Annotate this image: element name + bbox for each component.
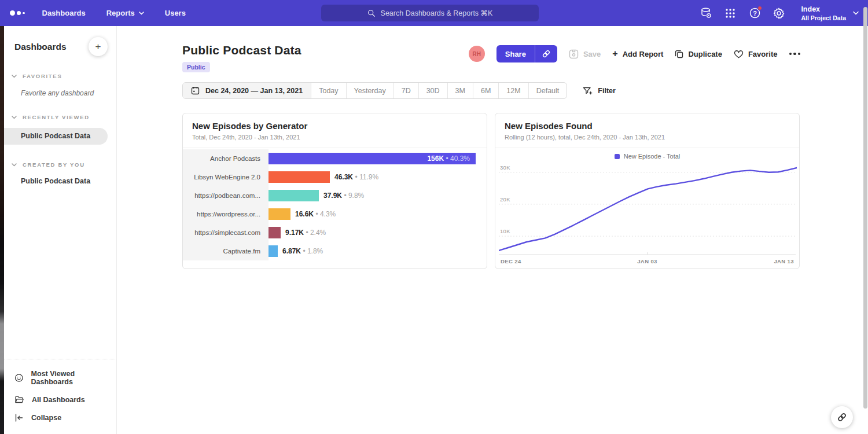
bar-row: https://wordpress.or...16.6K • 4.3% [183, 205, 487, 223]
date-range-picker[interactable]: Dec 24, 2020 — Jan 13, 2021 [183, 83, 311, 98]
most-viewed-dashboards-button[interactable]: Most Viewed Dashboards [4, 365, 116, 391]
smiley-icon [14, 373, 24, 382]
bar[interactable] [269, 171, 330, 183]
save-icon [569, 49, 579, 59]
card-subtitle: Rolling (12 hours), total, Dec 24th, 202… [505, 134, 790, 141]
sidebar-item-public-podcast-data-selected[interactable]: Public Podcast Data [4, 128, 108, 145]
more-options-button[interactable] [789, 50, 801, 58]
date-range-control: Dec 24, 2020 — Jan 13, 2021 Today Yester… [182, 82, 567, 99]
bar[interactable] [269, 227, 281, 238]
nav-label: Users [165, 9, 186, 17]
card-new-episodes-found: New Episodes Found Rolling (12 hours), t… [495, 113, 800, 269]
avatar[interactable]: RH [469, 46, 485, 62]
bar[interactable] [269, 190, 319, 201]
project-name: Index [801, 5, 846, 14]
search-icon [367, 9, 376, 17]
x-axis: DEC 24 JAN 03 JAN 13 [499, 254, 796, 267]
preset-default[interactable]: Default [528, 83, 567, 98]
bar-zone: 16.6K • 4.3% [269, 205, 487, 223]
bar-zone: 9.17K • 2.4% [269, 223, 487, 242]
preset-30d[interactable]: 30D [418, 83, 447, 98]
search-placeholder: Search Dashboards & Reports ⌘K [381, 9, 493, 17]
favorites-empty-text: Favorite any dashboard [21, 89, 116, 97]
filter-button[interactable]: Filter [583, 87, 616, 95]
duplicate-icon [675, 50, 683, 58]
nav-item-users[interactable]: Users [165, 9, 186, 17]
line-chart: 10K20K30K [499, 161, 797, 254]
link-icon [542, 49, 551, 58]
bar-row: Anchor Podcasts156K • 40.3% [183, 149, 487, 168]
chevron-down-icon [12, 75, 17, 78]
nav-label: Reports [106, 9, 135, 17]
sidebar-item-public-podcast-data[interactable]: Public Podcast Data [4, 177, 116, 185]
collapse-sidebar-button[interactable]: Collapse [4, 409, 116, 427]
nav-label: Dashboards [42, 9, 86, 17]
bar-row: Captivate.fm6.87K • 1.8% [183, 242, 487, 260]
apps-grid-icon[interactable] [723, 6, 737, 20]
folder-icon [14, 395, 24, 404]
add-dashboard-button[interactable]: + [89, 37, 108, 56]
section-header-favorites[interactable]: FAVORITES [4, 73, 116, 79]
scrollbar-thumb[interactable] [863, 7, 867, 409]
copy-link-button[interactable] [535, 45, 557, 62]
card-subtitle: Total, Dec 24th, 2020 - Jan 13th, 2021 [192, 134, 477, 141]
share-button[interactable]: Share [496, 45, 557, 62]
help-icon[interactable]: ? [748, 6, 762, 20]
bar-category-label: https://simplecast.com [183, 223, 269, 242]
public-badge: Public [182, 62, 210, 72]
nav-item-reports[interactable]: Reports [106, 9, 144, 17]
x-tick-label: DEC 24 [501, 258, 521, 264]
data-stack-icon[interactable] [699, 6, 713, 20]
filter-funnel-icon [583, 87, 593, 95]
bar-value-label: 6.87K • 1.8% [282, 247, 323, 255]
bar-value-label: 16.6K • 4.3% [295, 210, 336, 218]
preset-3m[interactable]: 3M [447, 83, 473, 98]
top-nav: Dashboards Reports Users Search Dashboar… [0, 0, 868, 26]
bar[interactable] [269, 208, 290, 220]
link-icon [837, 412, 847, 422]
mixpanel-logo-icon[interactable] [10, 10, 25, 16]
bar-category-label: https://wordpress.or... [183, 205, 269, 223]
y-tick-label: 10K [500, 228, 510, 234]
bar-row: https://podbean.com...37.9K • 9.8% [183, 186, 487, 205]
x-tick-label: JAN 03 [637, 258, 657, 264]
svg-text:?: ? [753, 10, 757, 17]
app-window: Dashboards Reports Users Search Dashboar… [0, 0, 868, 434]
save-button[interactable]: Save [569, 49, 601, 59]
bar-zone: 6.87K • 1.8% [269, 242, 487, 260]
all-dashboards-button[interactable]: All Dashboards [4, 391, 116, 409]
preset-today[interactable]: Today [311, 83, 345, 98]
bar[interactable] [269, 245, 278, 257]
bar-zone: 46.3K • 11.9% [269, 168, 487, 186]
duplicate-button[interactable]: Duplicate [675, 50, 722, 58]
bar-value-label: 156K • 40.3% [427, 155, 476, 163]
legend-label: New Episode - Total [624, 153, 681, 160]
bar-category-label: Captivate.fm [183, 242, 269, 260]
nav-item-dashboards[interactable]: Dashboards [42, 9, 86, 17]
x-axis-tick [648, 252, 648, 255]
preset-12m[interactable]: 12M [498, 83, 528, 98]
y-tick-label: 20K [500, 196, 510, 203]
floating-share-link-button[interactable] [831, 406, 853, 428]
project-selector[interactable]: Index All Project Data [801, 5, 859, 21]
bar-row: Libsyn WebEngine 2.046.3K • 11.9% [183, 168, 487, 186]
bar-zone: 37.9K • 9.8% [269, 186, 487, 205]
favorite-button[interactable]: Favorite [734, 50, 778, 58]
chevron-down-icon [12, 116, 17, 119]
settings-gear-icon[interactable] [772, 6, 786, 20]
preset-6m[interactable]: 6M [473, 83, 498, 98]
sidebar: Dashboards + FAVORITES Favorite any dash… [4, 26, 117, 434]
bar-row: https://simplecast.com9.17K • 2.4% [183, 223, 487, 242]
preset-yesterday[interactable]: Yesterday [346, 83, 393, 98]
search-input[interactable]: Search Dashboards & Reports ⌘K [321, 5, 539, 21]
add-report-button[interactable]: + Add Report [612, 49, 663, 58]
bar-value-label: 46.3K • 11.9% [334, 173, 378, 181]
sidebar-title: Dashboards [14, 42, 67, 52]
section-header-created-by-you[interactable]: CREATED BY YOU [4, 161, 116, 168]
chevron-down-icon [12, 163, 17, 167]
preset-7d[interactable]: 7D [393, 83, 418, 98]
date-range-text: Dec 24, 2020 — Jan 13, 2021 [205, 87, 303, 95]
section-header-recently-viewed[interactable]: RECENTLY VIEWED [4, 114, 116, 120]
bar[interactable]: 156K • 40.3% [269, 153, 476, 164]
line-series[interactable] [499, 168, 797, 251]
